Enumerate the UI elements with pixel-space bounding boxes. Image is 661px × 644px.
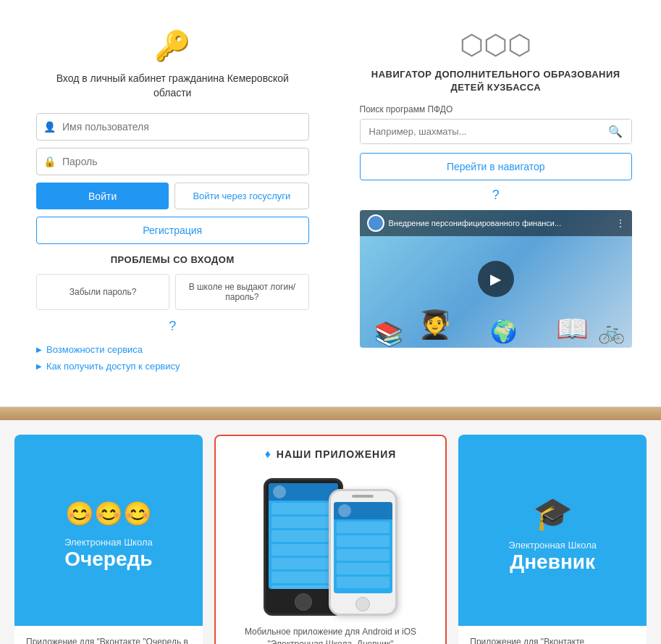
problems-title: ПРОБЛЕМЫ СО ВХОДОМ [111, 254, 235, 265]
list-item-1 [271, 503, 335, 514]
dnevnik-icon: 🎓 [533, 495, 573, 532]
video-play-button[interactable]: ▶ [478, 261, 514, 297]
video-title: Внедрение персонифицированного финанси..… [389, 219, 562, 227]
scene-figure-3: 🌍 [490, 319, 517, 344]
search-button[interactable]: 🔍 [599, 120, 631, 143]
iphone-screen-dot [338, 504, 351, 517]
phones-container [264, 471, 397, 616]
bottom-section: 😊😊😊 Электронная Школа Очередь Приложение… [0, 420, 661, 644]
apps-header: ♦ НАШИ ПРИЛОЖЕНИЯ [265, 448, 397, 461]
screen-dot [273, 485, 286, 498]
search-label: Поиск программ ПФДО [360, 104, 633, 114]
navigator-icon: ⬡⬡⬡ [360, 29, 633, 61]
help-icon[interactable]: ? [169, 319, 176, 334]
links-section: ▶ Возможности сервиса ▶ Как получить дос… [36, 344, 309, 377]
scene-figure-1: 📚 [374, 320, 403, 348]
iphone-list-3 [337, 549, 390, 561]
iphone-list-5 [337, 577, 390, 588]
dnevnik-card-top: 🎓 Электронная Школа Дневник [458, 435, 647, 626]
list-item-4 [271, 544, 335, 556]
arrow-icon-1: ▶ [36, 346, 42, 354]
password-input-group: 🔒 [36, 148, 309, 175]
apps-card: ♦ НАШИ ПРИЛОЖЕНИЯ [214, 435, 447, 644]
list-item-7 [271, 585, 335, 589]
ochered-title: Очередь [64, 548, 152, 571]
navigator-search-input[interactable] [361, 120, 600, 143]
list-item-3 [271, 530, 335, 542]
lock-icon: 🔒 [43, 156, 56, 167]
dnevnik-desc: Приложение для "Вконтакте "Электронная Ш… [470, 636, 635, 644]
dnevnik-title: Дневник [510, 551, 595, 574]
diamond-icon: ♦ [265, 448, 271, 461]
video-title-bar: Внедрение персонифицированного финанси..… [360, 210, 633, 236]
list-item-6 [271, 572, 335, 583]
apps-header-title: НАШИ ПРИЛОЖЕНИЯ [277, 448, 396, 460]
forgot-password-button[interactable]: Забыли пароль? [36, 274, 169, 310]
services-link-text: Возможности сервиса [46, 344, 143, 355]
key-icon: 🔑 [154, 29, 190, 63]
username-input-group: 👤 [36, 113, 309, 141]
login-btn-row: Войти Войти через госуслуги [36, 183, 309, 209]
top-section: 🔑 Вход в личный кабинет гражданина Кемер… [0, 0, 661, 407]
iphone-list-4 [337, 563, 390, 574]
android-screen [269, 483, 338, 589]
login-title: Вход в личный кабинет гражданина Кемеров… [36, 72, 309, 100]
ochered-card-top: 😊😊😊 Электронная Школа Очередь [14, 435, 203, 626]
android-screen-header [269, 483, 338, 501]
iphone-screen-header [334, 502, 392, 519]
channel-avatar [367, 214, 384, 232]
school-login-button[interactable]: В школе не выдают логин/пароль? [175, 274, 308, 310]
navigator-title: НАВИГАТОР ДОПОЛНИТЕЛЬНОГО ОБРАЗОВАНИЯ ДЕ… [360, 68, 633, 94]
ochered-card: 😊😊😊 Электронная Школа Очередь Приложение… [14, 435, 203, 644]
android-home-btn [295, 593, 312, 611]
iphone-screen [334, 502, 392, 593]
scene-figure-5: 🚲 [598, 319, 625, 344]
ochered-icons: 😊😊😊 [65, 498, 152, 528]
password-input[interactable] [36, 148, 309, 175]
dnevnik-subtitle: Электронная Школа [508, 540, 597, 551]
iphone-home-btn [355, 597, 370, 611]
list-item-2 [271, 517, 335, 528]
dnevnik-card: 🎓 Электронная Школа Дневник Приложение д… [458, 435, 647, 644]
video-thumbnail[interactable]: Внедрение персонифицированного финанси..… [360, 210, 633, 348]
ochered-desc: Приложение для "Вконтакте "Очередь в дет… [26, 636, 191, 644]
nav-help-icon[interactable]: ? [360, 188, 633, 203]
scene-figure-2: 🧑‍🎓 [418, 309, 452, 340]
video-menu-icon[interactable]: ⋮ [616, 218, 625, 228]
problems-row: Забыли пароль? В школе не выдают логин/п… [36, 274, 309, 310]
search-group: 🔍 [360, 119, 633, 144]
gosuslugi-prefix: Войти через [193, 191, 249, 201]
ochered-card-bottom: Приложение для "Вконтакте "Очередь в дет… [14, 626, 203, 644]
services-link[interactable]: ▶ Возможности сервиса [36, 344, 309, 355]
scene-figure-4: 📖 [556, 314, 589, 344]
login-button[interactable]: Войти [36, 183, 169, 209]
dnevnik-card-bottom: Приложение для "Вконтакте "Электронная Ш… [458, 626, 647, 644]
gosuslugi-button[interactable]: Войти через госуслуги [174, 183, 308, 209]
gosuslugi-link: госуслуги [249, 191, 290, 201]
ochered-subtitle: Электронная Школа [64, 537, 153, 548]
register-button[interactable]: Регистрация [36, 217, 309, 244]
navigator-panel: ⬡⬡⬡ НАВИГАТОР ДОПОЛНИТЕЛЬНОГО ОБРАЗОВАНИ… [345, 14, 647, 392]
app-desc: Мобильное приложение для Android и iOS "… [227, 626, 434, 644]
iphone-list-2 [337, 535, 390, 547]
access-link-text: Как получить доступ к сервису [46, 361, 180, 372]
iphone-phone [329, 489, 397, 616]
login-panel: 🔑 Вход в личный кабинет гражданина Кемер… [14, 14, 331, 392]
list-item-5 [271, 558, 335, 569]
arrow-icon-2: ▶ [36, 362, 42, 370]
access-link[interactable]: ▶ Как получить доступ к сервису [36, 361, 309, 372]
user-icon: 👤 [43, 121, 56, 133]
iphone-list-1 [337, 522, 390, 533]
iphone-speaker [352, 495, 374, 498]
navigator-button[interactable]: Перейти в навигатор [360, 153, 633, 180]
section-divider [0, 407, 661, 420]
username-input[interactable] [36, 113, 309, 141]
